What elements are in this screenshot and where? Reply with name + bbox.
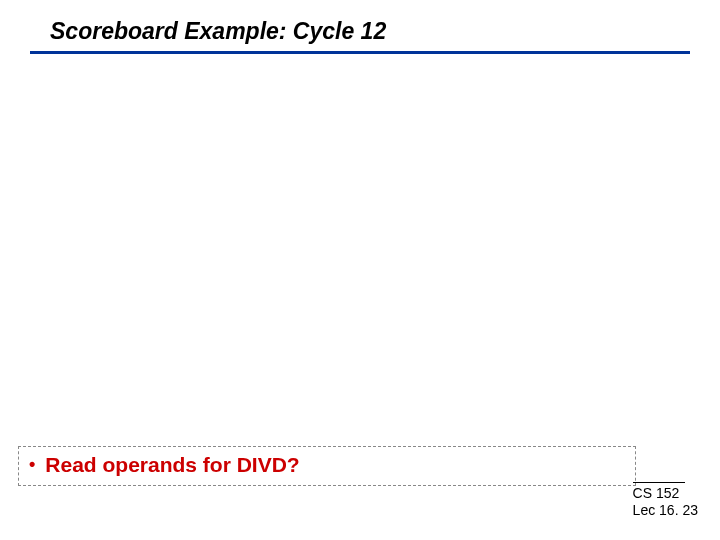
footer-course: CS 152 (633, 482, 685, 501)
bullet-box: • Read operands for DIVD? (18, 446, 636, 486)
bullet-text: Read operands for DIVD? (45, 453, 299, 477)
footer-lecture: Lec 16. 23 (633, 502, 698, 518)
title-underline (30, 51, 690, 54)
bullet-line: • Read operands for DIVD? (29, 453, 625, 477)
page-title: Scoreboard Example: Cycle 12 (30, 18, 690, 51)
bullet-marker: • (29, 455, 35, 473)
footer-area: CS 152 Lec 16. 23 (633, 482, 698, 518)
title-area: Scoreboard Example: Cycle 12 (30, 18, 690, 54)
